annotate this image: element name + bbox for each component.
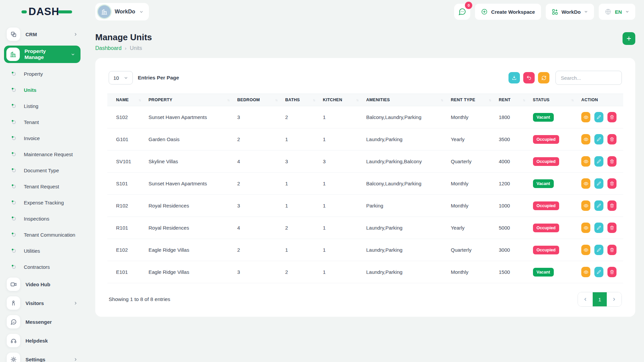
sidebar-item-video-hub[interactable]: Video Hub: [4, 275, 95, 294]
app-logo: DASH: [0, 6, 95, 18]
unit-amenities: Balcony,Laundry,Parking: [362, 173, 447, 195]
unit-rent: 1500: [495, 261, 529, 283]
topbar-actions: 0 Create Workspace WorkDo: [454, 4, 635, 20]
reset-button[interactable]: [523, 72, 535, 83]
add-unit-button[interactable]: [623, 32, 635, 45]
unit-baths: 2: [281, 106, 319, 128]
sort-icon: ↑↓: [275, 98, 277, 102]
view-button[interactable]: [581, 178, 590, 189]
edit-button[interactable]: [594, 267, 603, 277]
messages-button[interactable]: 0: [454, 4, 470, 20]
view-button[interactable]: [581, 245, 590, 255]
entries-per-page-select[interactable]: 10: [109, 71, 133, 84]
unit-rent: 1800: [495, 106, 529, 128]
sidebar-item-tenant[interactable]: Tenant: [4, 114, 95, 130]
unit-bedroom: 4: [233, 150, 281, 173]
sidebar-item-label: Property Manage: [24, 48, 66, 60]
sidebar-item-inspections[interactable]: Inspections: [4, 210, 95, 227]
sidebar-item-contractors[interactable]: Contractors: [4, 259, 95, 275]
unit-rent: 1200: [495, 173, 529, 195]
refresh-button[interactable]: [538, 72, 549, 83]
view-button[interactable]: [581, 156, 590, 167]
view-button[interactable]: [581, 267, 590, 277]
pencil-icon: [597, 137, 601, 141]
search-input[interactable]: [555, 71, 622, 85]
delete-button[interactable]: [607, 178, 616, 189]
sidebar-item-property[interactable]: Property: [4, 66, 95, 82]
chevron-right-icon: ›: [125, 46, 126, 51]
sidebar-item-property-manage[interactable]: Property Manage: [4, 46, 80, 63]
unit-baths: 2: [281, 217, 319, 239]
column-header-rent[interactable]: RENT↑↓: [495, 94, 529, 106]
delete-button[interactable]: [607, 134, 616, 144]
view-button[interactable]: [581, 112, 590, 122]
edit-button[interactable]: [594, 200, 603, 211]
sort-icon: ↑↓: [571, 98, 573, 102]
sidebar-item-crm[interactable]: CRM: [4, 25, 95, 44]
delete-button[interactable]: [607, 245, 616, 255]
delete-button[interactable]: [607, 156, 616, 167]
unit-amenities: Laundry,Parking: [362, 261, 447, 283]
workspace-switcher[interactable]: WorkDo: [95, 3, 149, 20]
view-button[interactable]: [581, 200, 590, 211]
pencil-icon: [597, 159, 601, 164]
sidebar-item-helpdesk[interactable]: Helpdesk: [4, 331, 95, 350]
sidebar-item-messenger[interactable]: Messenger: [4, 312, 95, 331]
sidebar-item-maintenance-request[interactable]: Maintenance Request: [4, 146, 95, 162]
unit-name: R101: [107, 217, 145, 239]
column-header-status[interactable]: STATUS↑↓: [529, 94, 578, 106]
language-selector[interactable]: EN: [599, 4, 635, 20]
unit-kitchen: 1: [319, 173, 362, 195]
breadcrumb-dashboard-link[interactable]: Dashboard: [95, 45, 121, 51]
delete-button[interactable]: [607, 112, 616, 122]
chat-icon: [458, 8, 466, 16]
column-header-bedroom[interactable]: BEDROOM↑↓: [233, 94, 281, 106]
sidebar-item-invoice[interactable]: Invoice: [4, 130, 95, 146]
delete-button[interactable]: [607, 223, 616, 233]
sidebar-item-settings[interactable]: Settings: [4, 350, 95, 362]
edit-button[interactable]: [594, 245, 603, 255]
pencil-icon: [597, 181, 601, 186]
unit-property: Royal Residences: [145, 195, 233, 217]
column-header-kitchen[interactable]: KITCHEN↑↓: [319, 94, 362, 106]
sidebar-item-tenant-request[interactable]: Tenant Request: [4, 178, 95, 194]
chevron-right-icon: [73, 357, 78, 362]
sidebar-item-units[interactable]: Units: [4, 82, 95, 98]
column-header-name[interactable]: NAME↑↓: [107, 94, 145, 106]
edit-button[interactable]: [594, 134, 603, 144]
unit-rent: 1000: [495, 195, 529, 217]
column-header-rent-type[interactable]: RENT TYPE↑↓: [447, 94, 495, 106]
column-header-property[interactable]: PROPERTY↑↓: [145, 94, 233, 106]
unit-rent: 5000: [495, 217, 529, 239]
edit-button[interactable]: [594, 112, 603, 122]
view-button[interactable]: [581, 223, 590, 233]
sidebar-item-listing[interactable]: Listing: [4, 98, 95, 114]
edit-button[interactable]: [594, 178, 603, 189]
sidebar: CRM Property Manage Property Units Listi…: [0, 23, 95, 362]
logo-text: DASH: [29, 6, 59, 18]
view-button[interactable]: [581, 134, 590, 144]
edit-button[interactable]: [594, 156, 603, 167]
gear-icon: [7, 353, 20, 362]
column-header-baths[interactable]: BATHS↑↓: [281, 94, 319, 106]
sidebar-item-document-type[interactable]: Document Type: [4, 162, 95, 178]
create-workspace-button[interactable]: Create Workspace: [475, 4, 541, 20]
sidebar-item-tenant-communication[interactable]: Tenant Communication: [4, 227, 95, 243]
status-badge: Occupied: [533, 246, 559, 254]
eye-icon: [584, 115, 588, 120]
unit-name: SV101: [107, 150, 145, 173]
next-page-button[interactable]: [607, 292, 622, 306]
sidebar-item-utilities[interactable]: Utilities: [4, 243, 95, 259]
workspace-menu[interactable]: WorkDo: [546, 4, 594, 20]
submenu-bullet-icon: [12, 185, 16, 188]
sidebar-item-expense-tracking[interactable]: Expense Tracking: [4, 194, 95, 210]
previous-page-button[interactable]: [578, 292, 593, 306]
column-header-amenities[interactable]: AMENITIES↑↓: [362, 94, 447, 106]
export-button[interactable]: [508, 72, 520, 83]
delete-button[interactable]: [607, 200, 616, 211]
edit-button[interactable]: [594, 223, 603, 233]
sidebar-item-visitors[interactable]: Visitors: [4, 294, 95, 312]
current-page-button[interactable]: 1: [593, 292, 607, 306]
page-title: Manage Units: [95, 32, 152, 43]
delete-button[interactable]: [607, 267, 616, 277]
